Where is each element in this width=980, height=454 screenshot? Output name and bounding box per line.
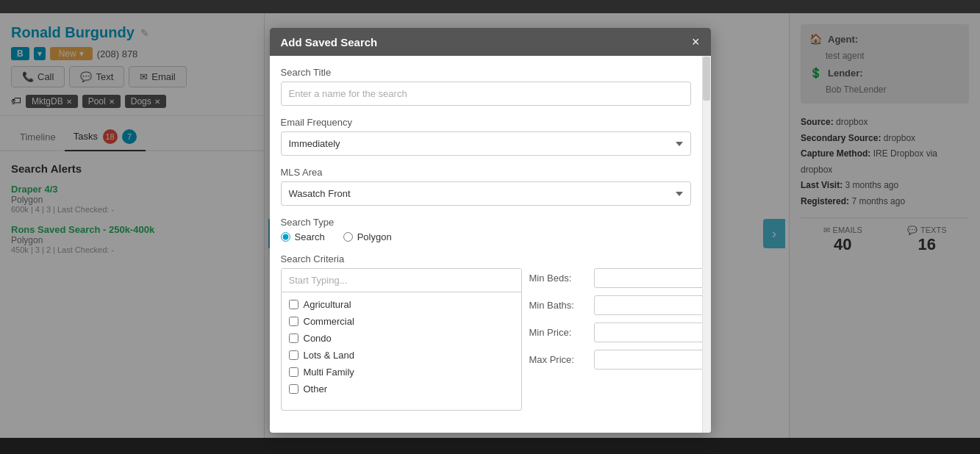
search-type-group: Search Type Search Polygon <box>281 217 691 242</box>
search-criteria-area: Agricultural Commercial Co <box>281 268 691 411</box>
search-title-label: Search Title <box>281 67 691 78</box>
modal-scroll-area: Search Title Email Frequency Immediately… <box>270 56 702 433</box>
max-price-input[interactable] <box>594 350 702 370</box>
modal-close-button[interactable]: × <box>692 35 700 48</box>
min-beds-label: Min Beds: <box>529 273 588 284</box>
checkbox-agricultural[interactable]: Agricultural <box>282 296 521 313</box>
search-type-label: Search Type <box>281 217 691 228</box>
criteria-search-input[interactable] <box>282 269 521 292</box>
radio-search-label[interactable]: Search <box>281 231 325 242</box>
min-beds-field: Min Beds: <box>529 268 691 288</box>
radio-search-text: Search <box>295 231 325 242</box>
min-baths-input[interactable] <box>594 295 702 315</box>
criteria-list-inner: Agricultural Commercial Co <box>282 292 521 401</box>
email-frequency-label: Email Frequency <box>281 117 691 128</box>
criteria-checkbox-list: Agricultural Commercial Co <box>282 292 521 410</box>
min-baths-label: Min Baths: <box>529 300 588 311</box>
modal-overlay: Add Saved Search × Search Title Email Fr… <box>0 13 980 454</box>
checkbox-other-input[interactable] <box>289 384 298 394</box>
radio-search-input[interactable] <box>281 232 290 242</box>
mls-area-select[interactable]: Wasatch Front Other <box>281 181 691 206</box>
modal-body: Search Title Email Frequency Immediately… <box>270 56 711 433</box>
email-frequency-select[interactable]: Immediately Daily Weekly Never <box>281 131 691 156</box>
checkbox-commercial[interactable]: Commercial <box>282 313 521 330</box>
search-title-input[interactable] <box>281 82 691 106</box>
checkbox-agricultural-input[interactable] <box>289 300 298 309</box>
checkbox-commercial-input[interactable] <box>289 317 298 326</box>
top-navigation <box>0 0 980 13</box>
checkbox-multi-family-input[interactable] <box>289 367 298 377</box>
criteria-left-panel: Agricultural Commercial Co <box>281 268 522 411</box>
search-criteria-group: Search Criteria Agricultural <box>281 253 691 411</box>
checkbox-condo[interactable]: Condo <box>282 330 521 347</box>
mls-area-label: MLS Area <box>281 167 691 178</box>
max-price-field: Max Price: <box>529 350 691 370</box>
main-content: Ronald Burgundy ✎ B ▾ New ▾ (208) 878 📞 … <box>0 13 980 454</box>
checkbox-other[interactable]: Other <box>282 381 521 397</box>
min-baths-field: Min Baths: <box>529 295 691 315</box>
checkbox-multi-family[interactable]: Multi Family <box>282 364 521 381</box>
min-price-label: Min Price: <box>529 327 588 338</box>
min-price-field: Min Price: <box>529 323 691 342</box>
search-title-group: Search Title <box>281 67 691 106</box>
min-price-input[interactable] <box>594 323 702 342</box>
modal-scrollbar-thumb <box>703 57 710 101</box>
max-price-label: Max Price: <box>529 354 588 365</box>
min-beds-input[interactable] <box>594 268 702 288</box>
email-frequency-group: Email Frequency Immediately Daily Weekly… <box>281 117 691 156</box>
radio-polygon-label[interactable]: Polygon <box>343 231 392 242</box>
radio-polygon-input[interactable] <box>343 232 353 242</box>
checkbox-lots-land-input[interactable] <box>289 350 298 360</box>
modal-scrollbar[interactable] <box>702 56 711 433</box>
modal-header: Add Saved Search × <box>270 28 711 56</box>
search-type-options: Search Polygon <box>281 231 691 242</box>
search-criteria-label: Search Criteria <box>281 253 691 264</box>
mls-area-group: MLS Area Wasatch Front Other <box>281 167 691 206</box>
checkbox-condo-input[interactable] <box>289 334 298 343</box>
modal-title: Add Saved Search <box>281 36 378 48</box>
criteria-right-panel: Min Beds: Min Baths: Min Price: <box>529 268 691 411</box>
add-saved-search-modal: Add Saved Search × Search Title Email Fr… <box>270 28 711 433</box>
radio-polygon-text: Polygon <box>357 231 392 242</box>
checkbox-lots-land[interactable]: Lots & Land <box>282 347 521 364</box>
